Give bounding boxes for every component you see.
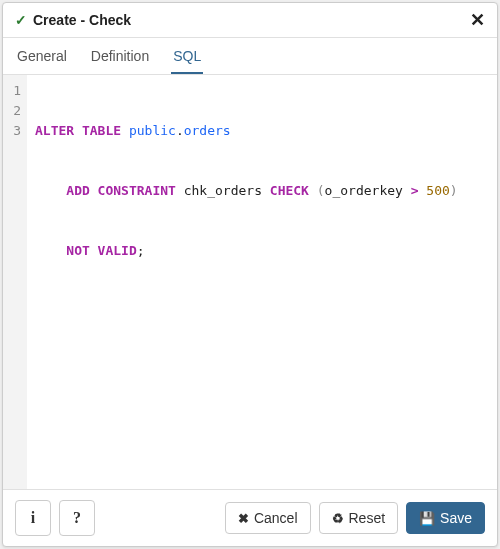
line-gutter: 1 2 3 bbox=[3, 75, 27, 489]
create-check-dialog: ✓ Create - Check ✕ General Definition SQ… bbox=[2, 2, 498, 547]
close-button[interactable]: ✕ bbox=[470, 11, 485, 29]
reset-button[interactable]: ♻ Reset bbox=[319, 502, 399, 534]
help-icon: ? bbox=[73, 509, 81, 527]
dialog-title: Create - Check bbox=[33, 12, 470, 28]
save-icon: 💾 bbox=[419, 511, 435, 526]
tabs: General Definition SQL bbox=[3, 38, 497, 75]
footer: i ? ✖ Cancel ♻ Reset 💾 Save bbox=[3, 489, 497, 546]
save-label: Save bbox=[440, 510, 472, 526]
titlebar: ✓ Create - Check ✕ bbox=[3, 3, 497, 38]
tab-definition[interactable]: Definition bbox=[89, 38, 151, 74]
recycle-icon: ♻ bbox=[332, 511, 344, 526]
tab-sql[interactable]: SQL bbox=[171, 38, 203, 74]
code-line: ALTER TABLE public.orders bbox=[35, 121, 489, 141]
reset-label: Reset bbox=[349, 510, 386, 526]
line-number: 3 bbox=[7, 121, 21, 141]
help-button[interactable]: ? bbox=[59, 500, 95, 536]
cancel-label: Cancel bbox=[254, 510, 298, 526]
sql-editor[interactable]: 1 2 3 ALTER TABLE public.orders ADD CONS… bbox=[3, 75, 497, 489]
cancel-button[interactable]: ✖ Cancel bbox=[225, 502, 311, 534]
close-icon: ✖ bbox=[238, 511, 249, 526]
code-area[interactable]: ALTER TABLE public.orders ADD CONSTRAINT… bbox=[27, 75, 497, 489]
code-line: ADD CONSTRAINT chk_orders CHECK (o_order… bbox=[35, 181, 489, 201]
info-button[interactable]: i bbox=[15, 500, 51, 536]
line-number: 2 bbox=[7, 101, 21, 121]
info-icon: i bbox=[31, 509, 35, 527]
tab-general[interactable]: General bbox=[15, 38, 69, 74]
check-icon: ✓ bbox=[15, 12, 27, 28]
code-line: NOT VALID; bbox=[35, 241, 489, 261]
save-button[interactable]: 💾 Save bbox=[406, 502, 485, 534]
line-number: 1 bbox=[7, 81, 21, 101]
